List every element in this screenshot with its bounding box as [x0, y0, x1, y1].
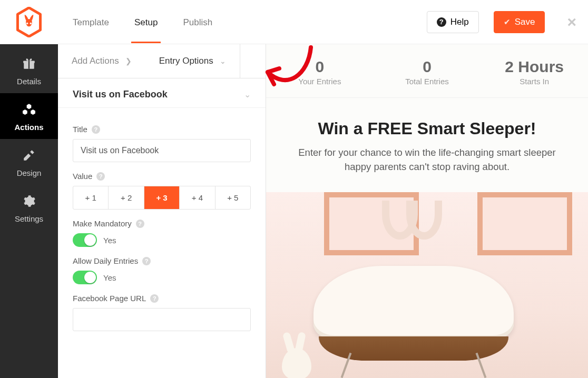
stat-number: 0 [378, 58, 477, 76]
section-title: Visit us on Facebook [73, 89, 168, 100]
toggle-value: Yes [103, 273, 116, 282]
help-icon[interactable]: ? [136, 220, 144, 228]
wall-hanging-icon [382, 201, 435, 232]
hero-image [266, 192, 588, 378]
hero-subtitle: Enter for your chance to win the life-ch… [296, 146, 559, 174]
stat-your-entries: 0 Your Entries [266, 44, 374, 97]
stat-label: Your Entries [270, 77, 369, 86]
label-title: Title ? [73, 125, 251, 134]
stat-number: 2 Hours [485, 58, 584, 76]
svg-point-2 [30, 22, 32, 24]
check-icon: ✔ [504, 17, 511, 27]
value-segments: + 1 + 2 + 3 + 4 + 5 [73, 186, 251, 210]
label-mandatory: Make Mandatory ? [73, 219, 251, 228]
hero-title: Win a FREE Smart Sleeper! [282, 119, 572, 138]
pencil-ruler-icon [0, 148, 58, 165]
top-bar: Template Setup Publish ? Help ✔ Save × [58, 0, 588, 44]
help-label: Help [450, 17, 469, 27]
svg-rect-5 [28, 61, 30, 69]
value-option-2[interactable]: + 2 [108, 186, 143, 209]
help-icon[interactable]: ? [142, 257, 151, 265]
section-header[interactable]: Visit us on Facebook ⌄ [58, 78, 266, 108]
chevron-down-icon: ⌄ [220, 57, 226, 65]
sidebar-item-settings[interactable]: Settings [0, 185, 58, 231]
close-button[interactable]: × [567, 14, 576, 30]
preview-pane: 0 Your Entries 0 Total Entries 2 Hours S… [266, 44, 588, 378]
daily-toggle[interactable] [73, 271, 97, 284]
value-option-1[interactable]: + 1 [73, 186, 108, 209]
subtab-entry-options[interactable]: Entry Options ⌄ [145, 44, 240, 78]
svg-point-1 [26, 22, 28, 24]
stat-total-entries: 0 Total Entries [374, 44, 481, 97]
subtab-label: Entry Options [159, 56, 213, 66]
help-icon[interactable]: ? [92, 125, 100, 134]
action-form: Title ? Value ? + 1 + 2 + 3 + 4 + 5 Make… [58, 108, 266, 339]
main-area: Add Actions ❯ Entry Options ⌄ Visit us o… [58, 44, 588, 378]
help-icon[interactable]: ? [150, 294, 159, 303]
top-tabs: Template Setup Publish [73, 2, 212, 43]
sidebar-item-actions[interactable]: Actions [0, 93, 58, 139]
stats-row: 0 Your Entries 0 Total Entries 2 Hours S… [266, 44, 588, 98]
brand-logo [16, 7, 42, 37]
sidebar-item-details[interactable]: Details [0, 47, 58, 93]
subtab-label: Add Actions [72, 56, 119, 66]
logo-cell [0, 0, 58, 44]
help-icon[interactable]: ? [96, 172, 105, 181]
label-fburl: Facebook Page URL ? [73, 294, 251, 303]
sidebar-item-design[interactable]: Design [0, 139, 58, 185]
tab-template[interactable]: Template [73, 2, 109, 43]
hero: Win a FREE Smart Sleeper! Enter for your… [266, 98, 588, 185]
help-button[interactable]: ? Help [427, 11, 479, 33]
tab-publish[interactable]: Publish [183, 2, 212, 43]
value-option-5[interactable]: + 5 [215, 186, 250, 209]
config-panel: Add Actions ❯ Entry Options ⌄ Visit us o… [58, 44, 266, 378]
fburl-input[interactable] [73, 308, 251, 331]
sidebar-label: Actions [14, 123, 43, 132]
stat-label: Total Entries [378, 77, 477, 86]
stat-label: Starts In [485, 77, 584, 86]
wall-frame-icon [477, 192, 572, 255]
blocks-icon [0, 103, 58, 120]
panel-subtabs: Add Actions ❯ Entry Options ⌄ [58, 44, 266, 78]
left-sidebar: Details Actions Design Settings [0, 44, 58, 378]
plush-bunny-icon [276, 332, 318, 378]
sidebar-label: Details [17, 77, 41, 86]
sidebar-label: Settings [15, 214, 43, 223]
bassinet-icon [313, 266, 514, 371]
value-option-3[interactable]: + 3 [144, 186, 179, 209]
value-option-4[interactable]: + 4 [179, 186, 214, 209]
label-value: Value ? [73, 172, 251, 181]
stat-starts-in: 2 Hours Starts In [481, 44, 588, 97]
gift-icon [0, 57, 58, 74]
stat-number: 0 [270, 58, 369, 76]
title-input[interactable] [73, 139, 251, 162]
save-button[interactable]: ✔ Save [494, 11, 545, 33]
chevron-right-icon: ❯ [125, 57, 132, 65]
label-daily: Allow Daily Entries ? [73, 256, 251, 265]
mandatory-toggle[interactable] [73, 233, 97, 247]
gear-icon [0, 194, 58, 211]
help-icon: ? [437, 17, 446, 27]
sidebar-label: Design [17, 168, 42, 177]
chevron-down-icon: ⌄ [244, 89, 251, 100]
save-label: Save [515, 17, 535, 27]
toggle-value: Yes [103, 236, 116, 245]
subtab-add-actions[interactable]: Add Actions ❯ [58, 44, 145, 78]
tab-setup[interactable]: Setup [134, 2, 158, 43]
